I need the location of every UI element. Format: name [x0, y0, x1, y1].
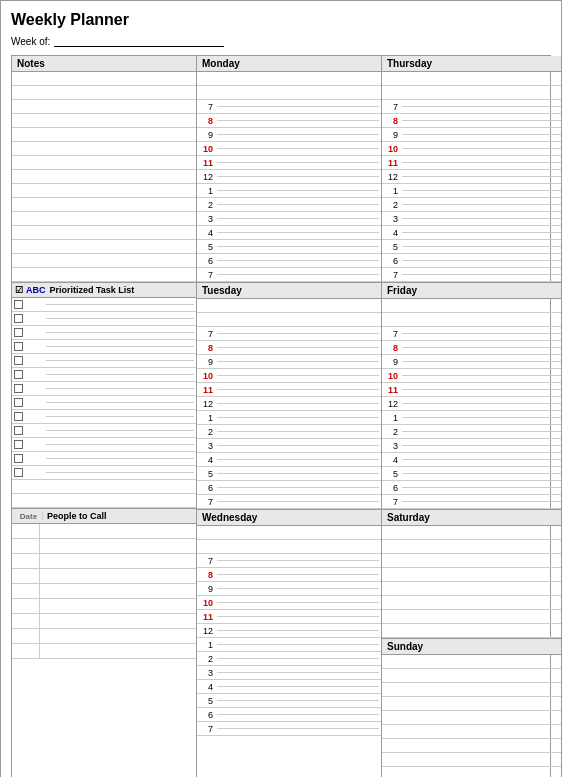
monday-time-row[interactable]: 1	[197, 184, 381, 198]
tuesday-time-row[interactable]: 9	[197, 355, 381, 369]
task-checkbox[interactable]	[14, 398, 23, 407]
task-row[interactable]	[12, 326, 196, 340]
task-row[interactable]	[12, 396, 196, 410]
people-row[interactable]	[12, 629, 196, 644]
people-row[interactable]	[12, 584, 196, 599]
notes-row[interactable]	[12, 100, 196, 114]
task-row[interactable]	[12, 312, 196, 326]
thursday-time-row[interactable]: 4	[382, 226, 562, 240]
task-checkbox[interactable]	[14, 356, 23, 365]
task-row[interactable]	[12, 466, 196, 480]
thursday-time-row[interactable]: 10	[382, 142, 562, 156]
notes-row[interactable]	[12, 86, 196, 100]
sunday-row[interactable]	[382, 767, 562, 777]
sunday-row[interactable]	[382, 655, 562, 669]
wednesday-time-row[interactable]: 11	[197, 610, 381, 624]
task-row[interactable]	[12, 340, 196, 354]
tuesday-time-row[interactable]: 5	[197, 467, 381, 481]
saturday-row[interactable]	[382, 596, 562, 610]
notes-row[interactable]	[12, 212, 196, 226]
friday-time-row[interactable]: 4	[382, 453, 562, 467]
sunday-row[interactable]	[382, 753, 562, 767]
tuesday-time-row[interactable]: 4	[197, 453, 381, 467]
wednesday-time-row[interactable]: 3	[197, 666, 381, 680]
tuesday-time-row[interactable]: 1	[197, 411, 381, 425]
wednesday-time-row[interactable]: 5	[197, 694, 381, 708]
task-row[interactable]	[12, 382, 196, 396]
monday-time-row[interactable]: 7	[197, 100, 381, 114]
people-row[interactable]	[12, 554, 196, 569]
notes-row[interactable]	[12, 226, 196, 240]
tuesday-time-row[interactable]: 6	[197, 481, 381, 495]
people-row[interactable]	[12, 524, 196, 539]
monday-time-row[interactable]: 10	[197, 142, 381, 156]
friday-time-row[interactable]: 7	[382, 495, 562, 509]
friday-time-row[interactable]: 8	[382, 341, 562, 355]
wednesday-time-row[interactable]: 1	[197, 638, 381, 652]
wednesday-time-row[interactable]: 10	[197, 596, 381, 610]
friday-time-row[interactable]: 3	[382, 439, 562, 453]
tuesday-time-row[interactable]: 7	[197, 495, 381, 509]
wednesday-time-row[interactable]: 6	[197, 708, 381, 722]
task-checkbox[interactable]	[14, 384, 23, 393]
monday-time-row[interactable]: 2	[197, 198, 381, 212]
notes-row[interactable]	[12, 114, 196, 128]
task-checkbox[interactable]	[14, 314, 23, 323]
task-checkbox[interactable]	[14, 426, 23, 435]
monday-time-row[interactable]: 12	[197, 170, 381, 184]
sunday-row[interactable]	[382, 697, 562, 711]
sunday-row[interactable]	[382, 683, 562, 697]
thursday-time-row[interactable]: 11	[382, 156, 562, 170]
week-of-input[interactable]	[54, 35, 224, 47]
task-row[interactable]	[12, 438, 196, 452]
wednesday-time-row[interactable]: 12	[197, 624, 381, 638]
sunday-row[interactable]	[382, 669, 562, 683]
thursday-time-row[interactable]: 5	[382, 240, 562, 254]
tuesday-time-row[interactable]: 3	[197, 439, 381, 453]
saturday-row[interactable]	[382, 526, 562, 540]
thursday-time-row[interactable]: 1	[382, 184, 562, 198]
wednesday-time-row[interactable]: 2	[197, 652, 381, 666]
tuesday-time-row[interactable]: 11	[197, 383, 381, 397]
people-row[interactable]	[12, 614, 196, 629]
notes-row[interactable]	[12, 268, 196, 282]
sunday-row[interactable]	[382, 739, 562, 753]
people-row[interactable]	[12, 539, 196, 554]
thursday-time-row[interactable]: 12	[382, 170, 562, 184]
thursday-time-row[interactable]: 7	[382, 100, 562, 114]
tuesday-time-row[interactable]: 10	[197, 369, 381, 383]
notes-row[interactable]	[12, 170, 196, 184]
tuesday-time-row[interactable]: 8	[197, 341, 381, 355]
friday-time-row[interactable]: 12	[382, 397, 562, 411]
task-row[interactable]	[12, 452, 196, 466]
monday-time-row[interactable]: 3	[197, 212, 381, 226]
people-row[interactable]	[12, 569, 196, 584]
thursday-time-row[interactable]: 2	[382, 198, 562, 212]
sunday-row[interactable]	[382, 725, 562, 739]
monday-time-row[interactable]: 6	[197, 254, 381, 268]
friday-time-row[interactable]: 1	[382, 411, 562, 425]
task-checkbox[interactable]	[14, 370, 23, 379]
task-row[interactable]	[12, 298, 196, 312]
saturday-row[interactable]	[382, 568, 562, 582]
task-row[interactable]	[12, 410, 196, 424]
saturday-row[interactable]	[382, 610, 562, 624]
notes-row[interactable]	[12, 184, 196, 198]
task-checkbox[interactable]	[14, 440, 23, 449]
notes-row[interactable]	[12, 156, 196, 170]
task-checkbox[interactable]	[14, 342, 23, 351]
task-row[interactable]	[12, 368, 196, 382]
sunday-row[interactable]	[382, 711, 562, 725]
notes-row[interactable]	[12, 240, 196, 254]
wednesday-time-row[interactable]: 9	[197, 582, 381, 596]
saturday-row[interactable]	[382, 582, 562, 596]
task-checkbox[interactable]	[14, 468, 23, 477]
people-row[interactable]	[12, 644, 196, 659]
task-checkbox[interactable]	[14, 454, 23, 463]
monday-time-row[interactable]: 4	[197, 226, 381, 240]
wednesday-time-row[interactable]: 8	[197, 568, 381, 582]
friday-time-row[interactable]: 9	[382, 355, 562, 369]
friday-time-row[interactable]: 10	[382, 369, 562, 383]
task-checkbox[interactable]	[14, 328, 23, 337]
thursday-time-row[interactable]: 3	[382, 212, 562, 226]
